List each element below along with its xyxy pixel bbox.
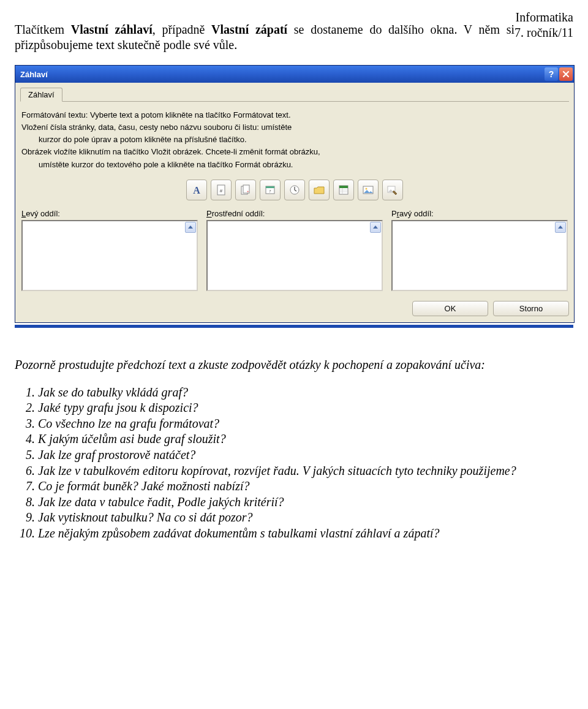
- path-icon: [313, 184, 325, 196]
- close-button[interactable]: [559, 67, 573, 81]
- left-section-label: Levý oddíl:: [21, 209, 198, 218]
- header-footer-dialog: Záhlaví ? Záhlaví Formátování textu: Vyb…: [15, 65, 575, 323]
- format-picture-icon: [386, 184, 399, 196]
- question-item: Jak lze graf prostorově natáčet?: [38, 447, 573, 463]
- pages-button[interactable]: +: [235, 180, 256, 200]
- close-icon: [562, 70, 570, 78]
- right-section-label: Pravý oddíl:: [391, 209, 568, 218]
- scroll-up-icon[interactable]: [185, 222, 196, 233]
- picture-icon: [362, 184, 374, 196]
- help-button[interactable]: ?: [545, 67, 558, 81]
- question-item: Jak se do tabulky vkládá graf?: [38, 385, 573, 401]
- time-icon: [288, 184, 301, 196]
- toolbar: A # + 7: [20, 180, 569, 200]
- svg-text:A: A: [193, 185, 200, 195]
- question-item: Jak lze data v tabulce řadit, Podle jaký…: [38, 495, 573, 510]
- cancel-button[interactable]: Storno: [493, 301, 569, 316]
- scroll-up-icon[interactable]: [555, 222, 566, 233]
- page-number-button[interactable]: #: [211, 180, 232, 200]
- svg-text:#: #: [220, 188, 223, 194]
- insert-picture-button[interactable]: [358, 180, 379, 200]
- file-icon: [337, 184, 350, 196]
- center-section-input[interactable]: [206, 220, 383, 291]
- instructions-text: Formátování textu: Vyberte text a potom …: [21, 109, 568, 171]
- question-item: Jak lze v tabulkovém editoru kopírovat, …: [38, 463, 573, 479]
- scroll-up-icon[interactable]: [370, 222, 381, 233]
- right-section-input[interactable]: [391, 220, 568, 291]
- question-item: Co všechno lze na grafu formátovat?: [38, 416, 573, 432]
- titlebar[interactable]: Záhlaví ?: [15, 66, 574, 83]
- date-button[interactable]: 7: [260, 180, 281, 200]
- dialog-title: Záhlaví: [20, 70, 543, 79]
- document-header: Informatika 7. ročník/11: [514, 10, 573, 40]
- dialog-button-row: OK Storno: [20, 301, 569, 316]
- ok-button[interactable]: OK: [412, 301, 488, 316]
- pages-icon: +: [239, 184, 252, 196]
- question-item: Co je formát buněk? Jaké možnosti nabízí…: [38, 479, 573, 495]
- center-section-label: Prostřední oddíl:: [206, 209, 383, 218]
- time-button[interactable]: [284, 180, 305, 200]
- question-list: Jak se do tabulky vkládá graf? Jaké typy…: [15, 385, 573, 542]
- format-picture-button[interactable]: [382, 180, 403, 200]
- question-item: Jak vytisknout tabulku? Na co si dát poz…: [38, 510, 573, 526]
- font-icon: A: [190, 184, 203, 196]
- sections-row: Levý oddíl: Prostřední oddíl: Pravý oddí…: [21, 209, 568, 291]
- svg-rect-11: [339, 186, 348, 188]
- question-item: K jakým účelům asi bude graf sloužit?: [38, 431, 573, 447]
- svg-rect-7: [266, 186, 274, 188]
- question-item: Lze nějakým způsobem zadávat dokumentům …: [38, 526, 573, 542]
- svg-point-13: [366, 188, 368, 189]
- svg-text:+: +: [247, 189, 249, 193]
- left-section-input[interactable]: [21, 220, 198, 291]
- intro-paragraph: Tlačítkem Vlastní záhlaví, případně Vlas…: [15, 22, 573, 53]
- date-icon: 7: [264, 184, 276, 196]
- path-button[interactable]: [309, 180, 330, 200]
- divider-strip: [15, 325, 573, 328]
- question-item: Jaké typy grafu jsou k dispozici?: [38, 400, 573, 416]
- study-intro: Pozorně prostudujte předchozí text a zku…: [15, 357, 573, 373]
- grade-label: 7. ročník/11: [514, 25, 573, 40]
- font-button[interactable]: A: [186, 180, 207, 200]
- tab-header[interactable]: Záhlaví: [20, 88, 62, 102]
- tabstrip: Záhlaví: [20, 86, 569, 102]
- subject-label: Informatika: [514, 10, 573, 25]
- page-number-icon: #: [215, 184, 227, 196]
- file-button[interactable]: [333, 180, 354, 200]
